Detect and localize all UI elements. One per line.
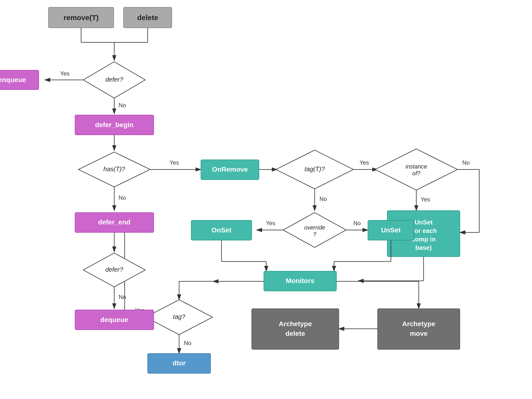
- archetype-move-label2: move: [410, 330, 427, 337]
- hasT-no-label: No: [119, 194, 126, 201]
- tag-no-label: No: [184, 340, 191, 346]
- unset-label: UnSet: [381, 226, 401, 234]
- delete-label: delete: [137, 14, 158, 22]
- override-label1: override: [304, 224, 325, 231]
- archetype-delete-label1: Archetype: [279, 320, 312, 328]
- enqueue-label: enqueue: [0, 76, 26, 84]
- defer2-no-label: No: [119, 294, 126, 300]
- defer-end-label: defer_end: [98, 218, 130, 226]
- tagT-label: tag(T)?: [304, 165, 325, 173]
- tagT-no-label: No: [319, 196, 327, 202]
- onset-label: OnSet: [212, 226, 231, 234]
- override-label2: ?: [313, 231, 316, 238]
- monitors-label: Monitors: [286, 277, 314, 284]
- unset-foreach-label4: base): [415, 244, 432, 251]
- archetype-move-node: [378, 309, 460, 349]
- defer1-no-label: No: [119, 102, 126, 108]
- archetype-move-label1: Archetype: [402, 320, 435, 328]
- override-no-label: No: [353, 220, 361, 226]
- instanceof-yes-label: Yes: [421, 196, 430, 203]
- remove-T-label: remove(T): [63, 14, 99, 22]
- tagT-yes-label: Yes: [359, 159, 369, 166]
- instanceof-label2: of?: [412, 170, 420, 176]
- tag-label: tag?: [173, 313, 185, 320]
- instanceof-label1: instance: [405, 163, 427, 170]
- defer-begin-label: defer_begin: [95, 121, 134, 129]
- instanceof-no-label: No: [462, 159, 470, 166]
- defer2-label: defer?: [105, 266, 123, 273]
- onremove-label: OnRemove: [212, 166, 248, 173]
- defer-diamond1-label: defer?: [105, 76, 123, 83]
- archetype-delete-node: [252, 309, 339, 349]
- unset-foreach-label2: (for each: [410, 227, 437, 234]
- archetype-delete-label2: delete: [286, 330, 305, 337]
- unset-foreach-label1: UnSet: [414, 219, 433, 226]
- defer1-yes-label: Yes: [60, 70, 69, 77]
- unset-foreach-label3: comp in: [411, 236, 436, 243]
- dtor-label: dtor: [173, 359, 186, 367]
- override-yes-label: Yes: [266, 220, 275, 226]
- hasT-label: has(T)?: [103, 165, 125, 173]
- dequeue-label: dequeue: [100, 316, 128, 323]
- hasT-yes-label: Yes: [169, 159, 179, 166]
